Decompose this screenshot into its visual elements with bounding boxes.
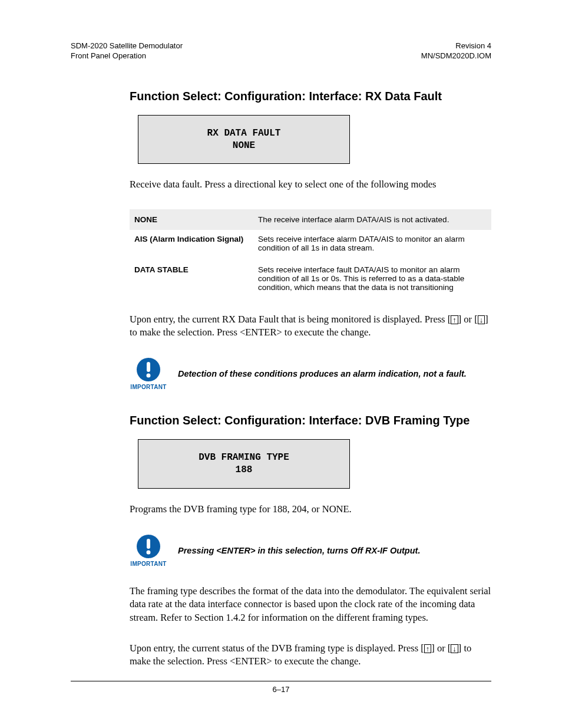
text-fragment: ] or [ <box>458 314 478 325</box>
svg-point-2 <box>147 374 151 378</box>
important-message: Pressing <ENTER> in this selection, turn… <box>178 546 420 555</box>
mode-desc: Sets receive interface fault DATA/AIS to… <box>253 261 491 300</box>
page-header: SDM-2020 Satellite Demodulator Front Pan… <box>71 41 491 61</box>
section2-intro: Programs the DVB framing type for 188, 2… <box>130 503 491 516</box>
section2-instruction: Upon entry, the current status of the DV… <box>130 642 491 668</box>
rx-data-fault-modes-table: NONE The receive interface alarm DATA/AI… <box>130 209 491 300</box>
content-area: Function Select: Configuration: Interfac… <box>71 90 491 668</box>
important-message: Detection of these conditions produces a… <box>178 369 467 378</box>
important-icon-wrap: IMPORTANT <box>130 357 167 390</box>
lcd-display-rx-data-fault: RX DATA FAULT NONE <box>138 115 350 164</box>
text-fragment: Upon entry, the current status of the DV… <box>130 643 424 654</box>
table-row: AIS (Alarm Indication Signal) Sets recei… <box>130 230 491 261</box>
section2-para1: The framing type describes the format of… <box>130 585 491 624</box>
down-arrow-icon: ↓ <box>478 315 485 324</box>
header-product: SDM-2020 Satellite Demodulator <box>71 41 183 51</box>
important-notice: IMPORTANT Pressing <ENTER> in this selec… <box>130 533 491 567</box>
section-heading-dvb-framing: Function Select: Configuration: Interfac… <box>130 414 491 427</box>
lcd-line-1: RX DATA FAULT <box>138 127 349 140</box>
lcd-line-2: NONE <box>138 140 349 152</box>
lcd-line-2: 188 <box>138 464 349 476</box>
up-arrow-icon: ↑ <box>451 315 458 324</box>
text-fragment: Upon entry, the current RX Data Fault th… <box>130 314 451 325</box>
down-arrow-icon: ↓ <box>451 644 458 653</box>
header-doc-id: MN/SDM2020D.IOM <box>421 51 491 61</box>
header-right: Revision 4 MN/SDM2020D.IOM <box>421 41 491 61</box>
table-row: DATA STABLE Sets receive interface fault… <box>130 261 491 300</box>
section1-intro: Receive data fault. Press a directional … <box>130 178 491 191</box>
important-notice: IMPORTANT Detection of these conditions … <box>130 357 491 390</box>
page-number: 6–17 <box>273 685 290 694</box>
section-heading-rx-data-fault: Function Select: Configuration: Interfac… <box>130 90 491 103</box>
svg-rect-4 <box>147 539 150 549</box>
table-row: NONE The receive interface alarm DATA/AI… <box>130 209 491 230</box>
mode-term: NONE <box>130 209 253 230</box>
mode-term: DATA STABLE <box>130 261 253 300</box>
header-section: Front Panel Operation <box>71 51 183 61</box>
header-left: SDM-2020 Satellite Demodulator Front Pan… <box>71 41 183 61</box>
lcd-line-1: DVB FRAMING TYPE <box>138 452 349 464</box>
important-label: IMPORTANT <box>130 561 166 567</box>
mode-desc: The receive interface alarm DATA/AIS is … <box>253 209 491 230</box>
header-revision: Revision 4 <box>421 41 491 51</box>
page-footer: 6–17 <box>71 681 491 694</box>
mode-term: AIS (Alarm Indication Signal) <box>130 230 253 261</box>
up-arrow-icon: ↑ <box>424 644 432 653</box>
text-fragment: ] or [ <box>431 643 451 654</box>
lcd-display-dvb-framing: DVB FRAMING TYPE 188 <box>138 439 350 489</box>
svg-point-5 <box>147 551 151 555</box>
exclamation-circle-icon <box>135 533 161 559</box>
important-icon-wrap: IMPORTANT <box>130 533 167 567</box>
section1-instruction: Upon entry, the current RX Data Fault th… <box>130 313 491 340</box>
exclamation-circle-icon <box>135 357 161 383</box>
svg-rect-1 <box>147 362 150 372</box>
mode-desc: Sets receive interface alarm DATA/AIS to… <box>253 230 491 261</box>
important-label: IMPORTANT <box>130 384 166 390</box>
